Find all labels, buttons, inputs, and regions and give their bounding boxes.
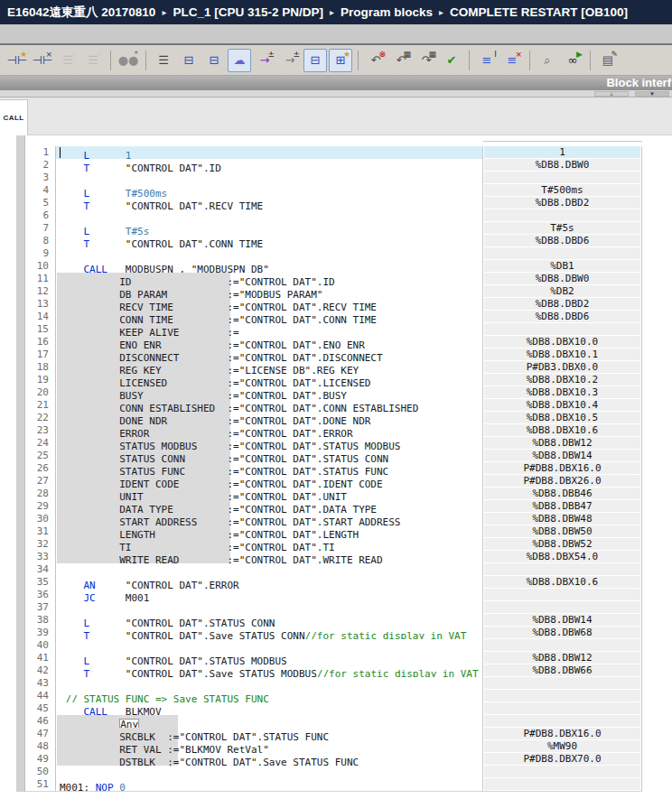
code-line[interactable]: 10 CALL MODBUSPN , "MODBUSPN_DB"%DB1 bbox=[25, 260, 642, 273]
code-cell[interactable]: RECV_TIME :="CONTROL_DAT".RECV_TIME bbox=[56, 298, 483, 311]
code-cell[interactable]: LENGTH :="CONTROL_DAT".LENGTH bbox=[56, 525, 483, 538]
code-cell[interactable]: L T#5s bbox=[56, 222, 483, 235]
data-block-call-icon[interactable]: ●●* bbox=[117, 49, 140, 72]
code-line[interactable]: 41 L "CONTROL_DAT".STATUS_MODBUS%DB8.DBW… bbox=[25, 652, 642, 664]
monitor-status-off-icon[interactable]: ≡× bbox=[500, 49, 524, 72]
breadcrumb-item[interactable]: E16042遠東重八 20170810 bbox=[7, 5, 155, 21]
code-line[interactable]: 39 T "CONTROL_DAT".Save_STATUS_CONN//for… bbox=[25, 627, 642, 639]
open-all-networks-icon[interactable]: ⊟ bbox=[177, 49, 201, 72]
symbol-output-icon[interactable]: →± bbox=[278, 49, 302, 72]
code-cell[interactable]: T "CONTROL_DAT".ID bbox=[56, 159, 483, 172]
code-line[interactable]: 45 CALL BLKMOV bbox=[25, 702, 642, 715]
code-line[interactable]: 21 CONN_ESTABLISHED :="CONTROL_DAT".CONN… bbox=[25, 399, 642, 412]
code-cell[interactable] bbox=[56, 601, 483, 614]
code-cell[interactable]: UNIT :="CONTROL_DAT".UNIT bbox=[56, 488, 483, 500]
code-cell[interactable] bbox=[56, 766, 483, 778]
code-cell[interactable]: L "CONTROL_DAT".STATUS_MODBUS bbox=[56, 652, 483, 664]
program-structure-icon[interactable]: ☰ bbox=[152, 49, 175, 72]
code-line[interactable]: 51M001: NOP 0 bbox=[25, 778, 642, 791]
code-line[interactable]: 37 bbox=[25, 601, 642, 614]
code-cell[interactable]: RET_VAL :="BLKMOV_RetVal" bbox=[56, 740, 483, 753]
code-cell[interactable]: DB_PARAM :="MODBUS_PARAM" bbox=[56, 285, 483, 298]
code-cell[interactable]: CONN_ESTABLISHED :="CONTROL_DAT".CONN_ES… bbox=[56, 399, 483, 412]
code-cell[interactable]: DONE_NDR :="CONTROL_DAT".DONE_NDR bbox=[56, 412, 483, 424]
code-cell[interactable] bbox=[56, 563, 483, 576]
code-cell[interactable]: JC M001 bbox=[56, 589, 483, 601]
code-editor[interactable]: 1 L 112 T "CONTROL_DAT".ID%DB8.DBW034 L … bbox=[0, 135, 672, 799]
code-cell[interactable]: DISCONNECT :="CONTROL_DAT".DISCONNECT bbox=[56, 348, 483, 361]
code-line[interactable]: 13 RECV_TIME :="CONTROL_DAT".RECV_TIME%D… bbox=[25, 298, 642, 311]
code-cell[interactable]: CALL BLKMOV bbox=[56, 702, 483, 715]
code-cell[interactable]: // STATUS_FUNC => Save_STATUS_FUNC bbox=[56, 690, 483, 702]
code-line[interactable]: 19 LICENSED :="CONTROL_DAT".LICENSED%DB8… bbox=[25, 374, 642, 386]
code-line[interactable]: 20 BUSY :="CONTROL_DAT".BUSY%DB8.DBX10.3 bbox=[25, 386, 642, 399]
code-line[interactable]: 31 LENGTH :="CONTROL_DAT".LENGTH%DB8.DBW… bbox=[25, 525, 642, 538]
code-cell[interactable]: ENQ_ENR :="CONTROL_DAT".ENQ_ENR bbox=[56, 336, 483, 348]
code-cell[interactable]: STATUS_FUNC :="CONTROL_DAT".STATUS_FUNC bbox=[56, 462, 483, 475]
code-cell[interactable]: DSTBLK :="CONTROL_DAT".Save_STATUS_FUNC bbox=[56, 753, 483, 766]
insert-network-below-icon[interactable]: ☰★ bbox=[81, 49, 105, 72]
code-line[interactable]: 28 UNIT :="CONTROL_DAT".UNIT%DB8.DBB46 bbox=[25, 488, 642, 500]
code-line[interactable]: 49 DSTBLK :="CONTROL_DAT".Save_STATUS_FU… bbox=[25, 753, 642, 766]
code-cell[interactable]: STATUS_MODBUS :="CONTROL_DAT".STATUS_MOD… bbox=[56, 437, 483, 450]
code-line[interactable]: 22 DONE_NDR :="CONTROL_DAT".DONE_NDR%DB8… bbox=[25, 412, 642, 424]
code-line[interactable]: 43 bbox=[25, 677, 642, 690]
code-cell[interactable]: AN "CONTROL_DAT".ERROR bbox=[56, 576, 483, 589]
symbol-input-icon[interactable]: →± bbox=[253, 49, 276, 72]
code-line[interactable]: 29 DATA_TYPE :="CONTROL_DAT".DATA_TYPE%D… bbox=[25, 500, 642, 513]
code-cell[interactable]: IDENT_CODE :="CONTROL_DAT".IDENT_CODE bbox=[56, 475, 483, 488]
code-cell[interactable]: DATA_TYPE :="CONTROL_DAT".DATA_TYPE bbox=[56, 500, 483, 513]
code-line[interactable]: 11 ID :="CONTROL_DAT".ID%DB8.DBW0 bbox=[25, 273, 642, 285]
symbol-information-icon[interactable]: ⊟ bbox=[303, 49, 327, 72]
code-line[interactable]: 9 bbox=[25, 247, 642, 260]
code-line[interactable]: 2 T "CONTROL_DAT".ID%DB8.DBW0 bbox=[25, 159, 642, 172]
code-cell[interactable]: T "CONTROL_DAT".CONN_TIME bbox=[56, 235, 483, 247]
code-cell[interactable]: T "CONTROL_DAT".Save_STATUS_CONN//for st… bbox=[56, 627, 483, 639]
monitor-glasses-icon[interactable]: ∞▶ bbox=[561, 49, 584, 72]
find-in-block-icon[interactable]: ⌕ bbox=[536, 49, 559, 72]
code-line[interactable]: 40 bbox=[25, 639, 642, 652]
code-line[interactable]: 24 STATUS_MODBUS :="CONTROL_DAT".STATUS_… bbox=[25, 437, 642, 450]
code-cell[interactable]: START_ADDRESS :="CONTROL_DAT".START_ADDR… bbox=[56, 513, 483, 525]
code-line[interactable]: 15 KEEP_ALIVE := bbox=[25, 323, 642, 336]
tab-call[interactable]: CALL bbox=[0, 99, 28, 135]
breadcrumb-item[interactable]: Program blocks bbox=[341, 5, 433, 19]
code-line[interactable]: 3 bbox=[25, 172, 642, 184]
code-cell[interactable]: L "CONTROL_DAT".STATUS_CONN bbox=[56, 614, 483, 627]
insert-network-icon[interactable]: ⊣⊢★ bbox=[5, 49, 29, 72]
previous-error-icon[interactable]: ↶⊗ bbox=[364, 49, 387, 72]
code-line[interactable]: 46 Any bbox=[25, 715, 642, 728]
code-line[interactable]: 14 CONN_TIME :="CONTROL_DAT".CONN_TIME%D… bbox=[25, 311, 642, 323]
code-cell[interactable]: CALL MODBUSPN , "MODBUSPN_DB" bbox=[56, 260, 483, 273]
code-cell[interactable]: BUSY :="CONTROL_DAT".BUSY bbox=[56, 386, 483, 399]
code-cell[interactable]: T "CONTROL_DAT".Save_STATUS_MODBUS//for … bbox=[56, 664, 483, 677]
panel-collapse-up-button[interactable]: ▲ bbox=[594, 91, 629, 97]
code-line[interactable]: 12 DB_PARAM :="MODBUS_PARAM"%DB2 bbox=[25, 285, 642, 298]
code-cell[interactable] bbox=[56, 677, 483, 690]
code-line[interactable]: 5 T "CONTROL_DAT".RECV_TIME%DB8.DBD2 bbox=[25, 197, 642, 209]
code-cell[interactable]: KEEP_ALIVE := bbox=[56, 323, 483, 336]
consistency-check-icon[interactable]: ✔ bbox=[440, 49, 463, 72]
code-line[interactable]: 4 L T#500msT#500ms bbox=[25, 184, 642, 197]
code-line[interactable]: 8 T "CONTROL_DAT".CONN_TIME%DB8.DBD6 bbox=[25, 235, 642, 247]
code-line[interactable]: 50 bbox=[25, 766, 642, 778]
code-line[interactable]: 42 T "CONTROL_DAT".Save_STATUS_MODBUS//f… bbox=[25, 664, 642, 677]
code-line[interactable]: 23 ERROR :="CONTROL_DAT".ERROR%DB8.DBX10… bbox=[25, 424, 642, 437]
code-line[interactable]: 18 REG_KEY :="LICENSE_DB".REG_KEYP#DB3.D… bbox=[25, 361, 642, 374]
code-line[interactable]: 36 JC M001 bbox=[25, 589, 642, 601]
edit-block-properties-icon[interactable]: ▤✎ bbox=[596, 49, 620, 72]
code-line[interactable]: 30 START_ADDRESS :="CONTROL_DAT".START_A… bbox=[25, 513, 642, 525]
code-cell[interactable]: ID :="CONTROL_DAT".ID bbox=[56, 273, 483, 285]
code-line[interactable]: 33 WRITE_READ :="CONTROL_DAT".WRITE_READ… bbox=[25, 551, 642, 563]
code-cell[interactable]: ERROR :="CONTROL_DAT".ERROR bbox=[56, 424, 483, 437]
code-line[interactable]: 25 STATUS_CONN :="CONTROL_DAT".STATUS_CO… bbox=[25, 450, 642, 462]
code-cell[interactable]: M001: NOP 0 bbox=[56, 778, 483, 791]
code-line[interactable]: 38 L "CONTROL_DAT".STATUS_CONN%DB8.DBW14 bbox=[25, 614, 642, 627]
code-line[interactable]: 26 STATUS_FUNC :="CONTROL_DAT".STATUS_FU… bbox=[25, 462, 642, 475]
breadcrumb-item[interactable]: COMPLETE RESTART [OB100] bbox=[450, 5, 628, 19]
code-line[interactable]: 35 AN "CONTROL_DAT".ERROR%DB8.DBX10.6 bbox=[25, 576, 642, 589]
code-cell[interactable]: TI :="CONTROL_DAT".TI bbox=[56, 538, 483, 551]
any-type-field[interactable]: Any bbox=[119, 719, 139, 728]
code-cell[interactable] bbox=[56, 172, 483, 184]
code-line[interactable]: 34 bbox=[25, 563, 642, 576]
